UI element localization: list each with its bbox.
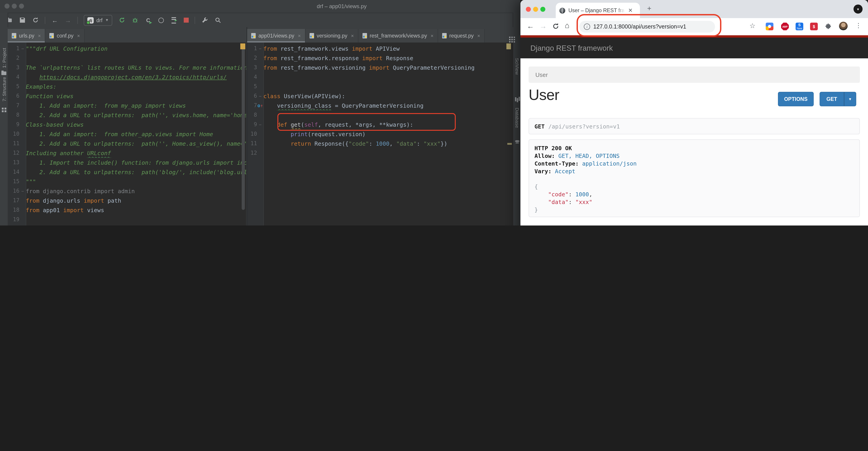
close-icon[interactable]: × bbox=[431, 33, 434, 38]
python-file-icon bbox=[12, 33, 16, 38]
mac-minimize-button[interactable] bbox=[533, 7, 538, 12]
scrollbar-thumb[interactable] bbox=[242, 47, 245, 210]
rerun-icon[interactable] bbox=[118, 17, 126, 24]
browser-menu-icon[interactable]: ⋮ bbox=[855, 22, 862, 29]
close-icon[interactable]: ✕ bbox=[628, 7, 633, 13]
stripe-dash bbox=[507, 143, 512, 145]
reload-icon[interactable] bbox=[552, 23, 559, 32]
mac-close-button[interactable] bbox=[526, 7, 531, 12]
drf-favicon bbox=[559, 7, 565, 13]
pycharm-titlebar: drf – app01/views.py bbox=[0, 0, 521, 13]
sync-icon[interactable] bbox=[32, 17, 39, 24]
get-split-button: GET ▼ bbox=[819, 92, 856, 106]
python-file-icon bbox=[363, 33, 367, 38]
options-button[interactable]: OPTIONS bbox=[778, 92, 814, 106]
left-editor-code: 1−"""drf URL Configuration23The `urlpatt… bbox=[8, 44, 246, 226]
forward-icon[interactable]: → bbox=[64, 17, 71, 24]
tab-app01-views-py[interactable]: app01/views.py × bbox=[247, 29, 305, 42]
stop-icon[interactable] bbox=[184, 18, 189, 23]
close-icon[interactable]: × bbox=[298, 33, 301, 38]
error-stripe-mark bbox=[240, 43, 245, 49]
concurrency-diagram-icon[interactable]: ▶ bbox=[171, 17, 178, 24]
run-with-coverage-icon[interactable]: C▶ bbox=[145, 17, 152, 24]
pycharm-toolbar: ← → dj drf ▼ C▶ ▶ ▶ bbox=[0, 13, 521, 27]
code-annotation-box bbox=[277, 113, 456, 131]
profiler-icon[interactable]: ▶ bbox=[158, 17, 165, 24]
tab-versioning-py[interactable]: versioning.py × bbox=[305, 29, 358, 42]
tab-request-py[interactable]: request.py × bbox=[438, 29, 485, 42]
profile-avatar[interactable] bbox=[839, 22, 848, 30]
chrome-window: User – Django REST framework ✕ + ▼ ← → ⌂… bbox=[521, 0, 868, 226]
request-path: /api/users?version=v1 bbox=[548, 123, 620, 130]
page-title: User bbox=[529, 87, 559, 104]
screen: drf – app01/views.py ← → dj drf ▼ C▶ ▶ ▶ bbox=[0, 0, 868, 226]
home-icon[interactable]: ⌂ bbox=[565, 21, 569, 30]
drf-brand[interactable]: Django REST framework bbox=[530, 44, 613, 52]
python-file-icon bbox=[50, 33, 54, 38]
extension-icon-1[interactable] bbox=[766, 23, 773, 30]
extensions-puzzle-icon[interactable] bbox=[825, 23, 832, 30]
back-icon[interactable]: ← bbox=[51, 17, 58, 24]
right-editor[interactable]: 1−from rest_framework.views import APIVi… bbox=[247, 42, 513, 226]
forward-icon[interactable]: → bbox=[539, 22, 547, 30]
search-icon[interactable] bbox=[214, 17, 221, 24]
sciview-chart-icon bbox=[515, 95, 516, 103]
toolwindow-structure[interactable]: 7: Structure bbox=[1, 77, 7, 102]
tab-urls-py[interactable]: urls.py × bbox=[8, 29, 45, 42]
breadcrumb: User bbox=[529, 66, 860, 83]
toolwindow-sciview[interactable]: SciView bbox=[515, 58, 520, 75]
breadcrumb-user[interactable]: User bbox=[535, 71, 548, 78]
toolwindow-database[interactable]: Database bbox=[515, 108, 520, 128]
left-editor-pane: urls.py × conf.py × 1−"""drf URL Configu… bbox=[8, 27, 246, 226]
mac-minimize-button[interactable] bbox=[12, 4, 17, 9]
adblock-plus-icon[interactable]: ABP bbox=[781, 23, 789, 30]
window-title: drf – app01/views.py bbox=[317, 3, 367, 9]
response-box: HTTP 200 OKAllow: GET, HEAD, OPTIONSCont… bbox=[529, 139, 860, 217]
right-editor-code: 1−from rest_framework.views import APIVi… bbox=[247, 44, 513, 158]
get-button[interactable]: GET bbox=[819, 92, 844, 106]
get-dropdown-button[interactable]: ▼ bbox=[844, 92, 856, 106]
mac-close-button[interactable] bbox=[4, 4, 9, 9]
close-icon[interactable]: × bbox=[77, 33, 80, 38]
tab-list-icon[interactable] bbox=[509, 32, 510, 40]
tab-search-icon[interactable]: ▼ bbox=[854, 4, 863, 13]
python-file-icon bbox=[442, 33, 447, 38]
run-config-name: drf bbox=[96, 18, 102, 23]
run-config-selector[interactable]: dj drf ▼ bbox=[84, 15, 113, 26]
stripe-mark bbox=[506, 43, 511, 49]
tab-label: versioning.py bbox=[316, 33, 347, 38]
tab-label: app01/views.py bbox=[258, 33, 294, 38]
save-icon[interactable] bbox=[19, 17, 26, 24]
extension-dollar-icon[interactable]: $ bbox=[810, 23, 818, 30]
wrench-icon[interactable] bbox=[201, 17, 208, 24]
right-editor-tabs: app01/views.py × versioning.py × rest_fr… bbox=[247, 27, 513, 42]
pycharm-window: drf – app01/views.py ← → dj drf ▼ C▶ ▶ ▶ bbox=[0, 0, 521, 226]
right-editor-pane: app01/views.py × versioning.py × rest_fr… bbox=[247, 27, 513, 226]
close-icon[interactable]: × bbox=[477, 33, 480, 38]
tab-label: urls.py bbox=[19, 33, 34, 38]
mac-zoom-button[interactable] bbox=[540, 7, 545, 12]
request-line-box: GET /api/users?version=v1 bbox=[529, 118, 860, 134]
left-tool-strip: 1: Project 7: Structure 2: Favorites ★ bbox=[0, 13, 8, 226]
project-folder-icon bbox=[1, 69, 6, 77]
left-editor[interactable]: 1−"""drf URL Configuration23The `urlpatt… bbox=[8, 42, 246, 226]
close-icon[interactable]: × bbox=[38, 33, 41, 38]
mac-zoom-button[interactable] bbox=[19, 4, 24, 9]
tab-rest-framework-views-py[interactable]: rest_framework/views.py × bbox=[359, 29, 438, 42]
close-icon[interactable]: × bbox=[351, 33, 354, 38]
right-tool-strip: SciView Database bbox=[513, 13, 521, 226]
left-editor-tabs: urls.py × conf.py × bbox=[8, 27, 246, 42]
request-method: GET bbox=[534, 123, 545, 130]
new-tab-button[interactable]: + bbox=[647, 4, 651, 13]
bookmark-star-icon[interactable]: ☆ bbox=[749, 22, 755, 30]
extension-new-icon[interactable]: SNew bbox=[796, 23, 803, 30]
back-icon[interactable]: ← bbox=[527, 22, 534, 30]
django-run-config-icon: dj bbox=[87, 17, 94, 23]
tab-label: request.py bbox=[450, 33, 474, 38]
debug-icon[interactable] bbox=[131, 17, 139, 24]
toolwindow-project[interactable]: 1: Project bbox=[1, 48, 7, 68]
drf-navbar: Django REST framework bbox=[521, 37, 868, 58]
python-file-icon bbox=[251, 33, 256, 38]
tab-title: User – Django REST framework bbox=[568, 8, 625, 13]
tab-conf-py[interactable]: conf.py × bbox=[45, 29, 85, 42]
